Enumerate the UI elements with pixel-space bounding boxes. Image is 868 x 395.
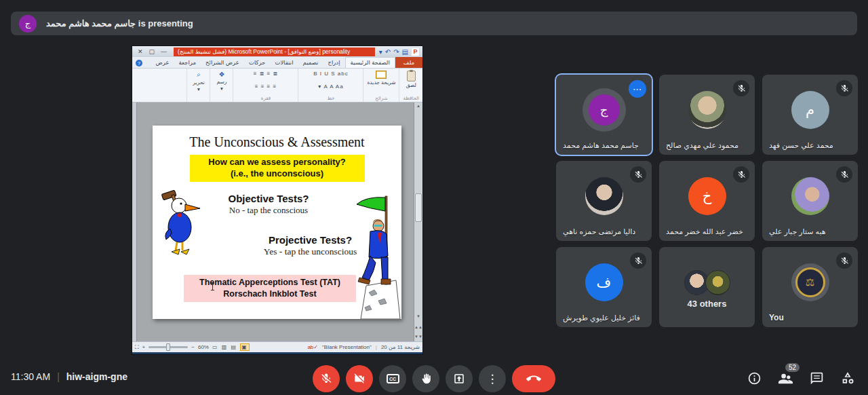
participant-name: هبه ستار جبار علي [769, 227, 826, 236]
more-options-button[interactable]: ⋮ [479, 365, 506, 392]
scroll-up-icon: ▲ [414, 104, 422, 108]
participant-tile[interactable]: ف فائز خليل عليوي طويرش [556, 247, 652, 327]
participants-button[interactable]: 52 [777, 370, 793, 386]
font-size-icons: A A Aa ▾ [318, 83, 343, 90]
slide-pink-callout: Thematic Apperceptions Test (TAT) Rorsch… [184, 275, 356, 302]
zoom-slider [149, 346, 188, 348]
camera-toggle-button[interactable] [346, 365, 373, 392]
fit-to-window-icon: ⛶ [135, 344, 139, 351]
participant-name: You [769, 313, 784, 322]
mic-off-icon [630, 166, 646, 183]
presenting-label: is presenting [138, 18, 193, 29]
save-icon: ▤ [402, 48, 408, 56]
presenting-banner: ج جاسم محمد هاشم محمد is presenting [11, 12, 857, 35]
mic-toggle-button[interactable] [313, 365, 340, 392]
scrollbar-thumb [415, 193, 422, 222]
draw-button: ❖ رسم ▾ [216, 71, 226, 92]
ppt-workspace: The Unconscious & Assessment How can we … [132, 102, 422, 341]
participant-tile[interactable]: هبه ستار جبار علي [762, 161, 858, 241]
call-controls: CC ⋮ [313, 365, 555, 392]
clipboard-group-label: الحافظة [403, 96, 419, 101]
close-icon: ✕ [138, 48, 143, 55]
captions-button[interactable]: CC [379, 365, 406, 392]
mic-off-icon [630, 252, 646, 269]
avatar: ج [589, 94, 620, 126]
mic-off-icon [733, 80, 749, 96]
view-buttons: ▭ ▥ ▤ ▣ [212, 344, 250, 350]
dropdown-icon: ▾ [197, 86, 200, 92]
zoom-out-icon: − [191, 344, 195, 350]
ppt-tab-view: عرض [151, 58, 174, 68]
avatar-logo: ⚖ [791, 263, 829, 301]
meeting-details-button[interactable] [746, 370, 762, 386]
divider: | [57, 371, 60, 382]
new-slide-button: شريحة جديدة [367, 71, 395, 86]
end-call-button[interactable] [512, 365, 555, 392]
ppt-slide: The Unconscious & Assessment How can we … [153, 126, 401, 319]
others-count: 43 others [659, 299, 755, 309]
avatar: م [791, 91, 829, 129]
ppt-tab-slideshow: عرض الشرائح [201, 58, 244, 68]
avatar: ف [585, 263, 623, 301]
undo-icon: ↶ [385, 48, 391, 56]
avatar-ring: ج [583, 88, 626, 132]
meet-app: ج جاسم محمد هاشم محمد is presenting ✕ ▢ … [0, 0, 868, 395]
normal-view-selected: ▣ [240, 343, 250, 351]
redo-icon: ↷ [393, 48, 399, 56]
chat-button[interactable] [808, 370, 825, 386]
participant-name: محمود علي مهدي صالح [666, 141, 738, 150]
participant-name: خضر عبد الله خضر محمد [666, 227, 743, 236]
ppt-ribbon: لصق الحافظة شريحة جديدة شرائح B I U S ab… [132, 69, 422, 102]
ppt-tab-home: الصفحة الرئيسية [345, 57, 395, 68]
paragraph-icons-row2: ≡ ≡ ≡ ≡ [255, 83, 277, 90]
document-name: "Blank Presentation" [322, 344, 372, 350]
ribbon-group-paragraph: ≣ ≡ ≣ ≡ ≡ ≡ ≡ ≡ فقرة [233, 69, 298, 102]
mic-off-icon [733, 166, 749, 183]
zoom-slider-thumb [166, 343, 170, 351]
ribbon-group-editing: ⌕ تحرير ▾ [186, 69, 210, 102]
participant-tile[interactable]: م محمد علي حسن فهد [762, 75, 858, 155]
panel-icons: 52 [746, 370, 856, 386]
bottom-bar: 11:30 AM | hiw-aigm-gne CC ⋮ [0, 363, 868, 395]
participant-tile[interactable]: خ خضر عبد الله خضر محمد [659, 161, 755, 241]
spellcheck-icon: ab✓ [307, 344, 318, 350]
next-slide-icon: ▼▼ [414, 335, 422, 339]
ppt-tab-design: تصميم [298, 58, 323, 68]
ppt-window-controls: ✕ ▢ — [132, 48, 172, 55]
participant-tile-you[interactable]: ⚖ You [762, 247, 858, 327]
help-icon: ? [136, 60, 142, 67]
ppt-tab-file: ملف [395, 57, 422, 68]
ppt-ribbon-tabs: ملف الصفحة الرئيسية إدراج تصميم انتقالات… [132, 57, 422, 69]
presenter-avatar: ج [19, 15, 37, 33]
taskbar-strip [132, 352, 422, 354]
shapes-icon: ❖ [218, 71, 224, 78]
present-button[interactable] [446, 365, 473, 392]
presenter-avatar-letter: ج [25, 18, 31, 29]
presenter-name: جاسم محمد هاشم محمد [46, 18, 136, 29]
paragraph-group-label: فقرة [261, 96, 271, 101]
participant-count-badge: 52 [785, 363, 800, 372]
avatar-photo [585, 177, 623, 215]
paste-button: لصق [406, 71, 416, 88]
raise-hand-button[interactable] [412, 365, 439, 392]
shared-screen-presentation[interactable]: ✕ ▢ — personality ‏[وضع التوافق] - Micro… [132, 46, 422, 354]
objective-tests-block: Objective Tests? No - tap the conscious [218, 193, 319, 216]
ppt-tab-review: مراجعة [174, 58, 201, 68]
slides-group-label: شرائح [375, 96, 387, 101]
dodo-bird-clipart [157, 188, 207, 257]
activities-button[interactable] [840, 370, 856, 386]
presenting-text: جاسم محمد هاشم محمد is presenting [46, 18, 193, 29]
participant-tile[interactable]: محمود علي مهدي صالح [659, 75, 755, 155]
tile-menu-button[interactable]: ⋯ [629, 80, 646, 98]
clock: 11:30 AM [11, 371, 50, 382]
participant-tile[interactable]: داليا مرتضى حمزه ناهي [556, 161, 652, 241]
participant-tile-presenter[interactable]: ⋯ ج جاسم محمد هاشم محمد [556, 75, 652, 155]
others-avatars [684, 270, 730, 295]
minimize-icon: — [161, 48, 167, 55]
participant-tile-others[interactable]: 43 others [659, 247, 755, 327]
meeting-code: hiw-aigm-gne [66, 371, 127, 382]
avatar: خ [688, 177, 726, 215]
ppt-vertical-scrollbar: ▲ ▼ ▲▲ ▼▼ [414, 102, 422, 341]
powerpoint-logo: P [411, 48, 420, 56]
font-group-label: خط [327, 96, 334, 101]
